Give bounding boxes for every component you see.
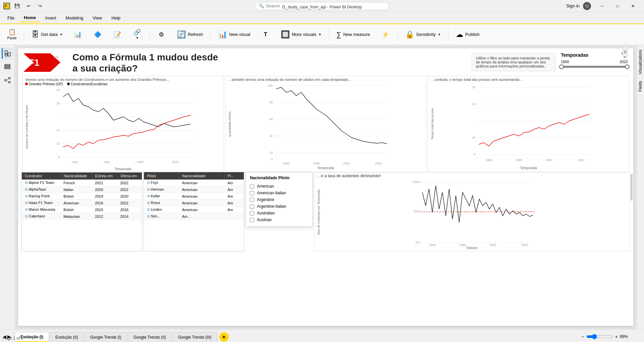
tab-item[interactable]: Evolução (II) xyxy=(50,332,84,342)
col-piloto: Piloto xyxy=(144,173,179,180)
main-title-sub: a sua criação? xyxy=(72,63,466,74)
more-visuals-button[interactable]: 🔲 More visuals ▼ xyxy=(276,29,326,40)
table-row[interactable]: ⊙Sim...Am... xyxy=(144,213,244,220)
collapse-panels-button[interactable]: ⟩⟩ xyxy=(623,47,628,57)
table-row[interactable]: ⊙RossiAmericanAm xyxy=(144,200,244,206)
quick-measure-button[interactable]: ⚡ xyxy=(376,30,395,39)
table-row[interactable]: ⊙Haas F1 TeamAmerican20162022 xyxy=(22,200,142,206)
svg-text:30: 30 xyxy=(472,86,476,89)
chart4-xaxis: Season xyxy=(317,246,627,250)
chart1-area: Número de Corridas e de Pilotos 25 20 xyxy=(25,87,221,167)
col-estreia: Estreia em xyxy=(92,173,117,180)
search-bar[interactable]: 🔍 xyxy=(255,2,389,10)
svg-text:2020: 2020 xyxy=(375,162,382,165)
tab-item[interactable]: Google Trends (I) xyxy=(84,332,127,342)
filter-checkbox[interactable] xyxy=(250,191,254,195)
page-status: Page 1 of 5 xyxy=(3,336,23,341)
table-row[interactable]: ⊙LindenAmericanAm xyxy=(144,206,244,213)
save-button[interactable]: 💾 xyxy=(13,2,21,10)
charts-row-1: Vemos uma redução do número de Construto… xyxy=(18,75,633,174)
table-row[interactable]: ⊙Racing PointBritish20192020 xyxy=(22,193,142,200)
paste-icon: 📋 xyxy=(8,29,16,35)
paste-button[interactable]: 📋 Paste xyxy=(3,28,21,41)
svg-text:F1: F1 xyxy=(29,57,40,68)
chart3-yaxis: Tempo total das provas xyxy=(431,108,434,140)
zoom-in-button[interactable]: + xyxy=(615,334,618,339)
visualizations-panel-tab[interactable]: Visualizations xyxy=(637,46,644,78)
filter-dropdown: Nacionalidade Piloto AmericanAmerican-It… xyxy=(246,172,313,227)
close-button[interactable]: ✕ xyxy=(625,0,641,12)
publish-button[interactable]: ☁ Publish xyxy=(451,29,484,40)
zoom-slider[interactable] xyxy=(586,334,613,339)
zoom-out-button[interactable]: − xyxy=(582,334,584,339)
table-row[interactable]: ⊙HermanAmericanAm xyxy=(144,186,244,193)
user-avatar[interactable]: U xyxy=(583,2,591,10)
visual-icon: 📊 xyxy=(218,31,227,38)
sidebar-model-icon[interactable] xyxy=(2,75,13,86)
menu-insert[interactable]: Insert xyxy=(41,14,60,22)
signin-button[interactable]: Sign in xyxy=(566,3,580,8)
svg-text:10: 10 xyxy=(472,136,476,139)
slider-thumb-right[interactable] xyxy=(625,64,630,69)
svg-rect-6 xyxy=(5,66,10,67)
table-row[interactable]: ⊙Manor MarussiaBritish20152016 xyxy=(22,206,142,213)
refresh-button[interactable]: 🔄 Refresh xyxy=(172,29,208,40)
datasource-button[interactable]: 🔗 ▼ xyxy=(128,28,147,41)
menu-home[interactable]: Home xyxy=(20,14,40,22)
tab-item[interactable]: Google Trends (II) xyxy=(128,332,172,342)
maximize-button[interactable]: □ xyxy=(610,0,625,12)
sidebar-data-icon[interactable] xyxy=(2,61,13,72)
svg-text:1960: 1960 xyxy=(429,243,436,246)
filter-checkbox[interactable] xyxy=(250,184,254,189)
transform-button[interactable]: ⚙ xyxy=(152,30,171,39)
table-row[interactable]: ⊙KellerAmericanAm xyxy=(144,193,244,200)
table-row[interactable]: ⊙AlphaTauriItalian20202022 xyxy=(22,186,142,193)
f1-logo: F1 ™ xyxy=(23,52,67,75)
redo-button[interactable]: ↪ xyxy=(36,2,44,10)
divider-3 xyxy=(210,28,211,41)
add-tab-button[interactable]: + xyxy=(219,332,229,342)
get-data-button[interactable]: 🗄 Get data ▼ xyxy=(27,29,67,40)
undo-button[interactable]: ↩ xyxy=(24,2,33,10)
minimize-button[interactable]: ─ xyxy=(594,0,610,12)
filter-checkbox[interactable] xyxy=(250,198,254,202)
chart2-yaxis: Quantidade Pilotos xyxy=(228,111,231,137)
seasons-range: 1950 2022 xyxy=(561,60,628,64)
chart4-area: Taxa de Acidentes por Temporada 100% 50%… xyxy=(317,179,627,246)
text-box-button[interactable]: T xyxy=(256,31,275,39)
team-icon: ⊙ xyxy=(25,187,28,191)
refresh-icon: 🔄 xyxy=(177,31,186,38)
chart1-subtitle: Vemos uma redução do número de Construto… xyxy=(25,78,221,82)
new-measure-button[interactable]: ∑ New measure xyxy=(332,29,375,40)
svg-rect-3 xyxy=(8,53,10,56)
sql-button[interactable]: 🔷 xyxy=(89,30,107,39)
filter-checkbox[interactable] xyxy=(250,211,254,215)
filter-checkbox[interactable] xyxy=(250,218,254,222)
new-visual-button[interactable]: 📊 New visual xyxy=(213,29,255,40)
pilot-icon: ⊙ xyxy=(147,214,150,218)
fields-panel-tab[interactable]: Fields xyxy=(637,78,644,95)
excel-button[interactable]: 📊 xyxy=(69,30,87,39)
table-row[interactable]: ⊙Alpine F1 TeamFrench20212022 xyxy=(22,180,142,186)
main-title: Como a Fórmula 1 mudou desde xyxy=(72,52,466,63)
menu-help[interactable]: Help xyxy=(107,14,124,22)
slider-thumb-left[interactable] xyxy=(559,64,564,69)
enter-data-button[interactable]: 📝 xyxy=(108,30,127,39)
filter-item: Austrian xyxy=(250,216,308,223)
canvas-inner: F1 ™ Como a Fórmula 1 mudou desde a sua … xyxy=(18,48,633,326)
svg-text:P: P xyxy=(5,4,7,8)
main-layout: F1 ™ Como a Fórmula 1 mudou desde a sua … xyxy=(0,45,644,329)
sensitivity-button[interactable]: 🔒 Sensitivity ▼ xyxy=(400,29,445,40)
table-row[interactable]: ⊙CaterhamMalaysian20122014 xyxy=(22,213,142,220)
svg-text:15: 15 xyxy=(56,129,60,132)
tab-item[interactable]: Google Trends (III) xyxy=(172,332,217,342)
search-input[interactable] xyxy=(266,3,385,8)
seasons-slider-track[interactable] xyxy=(561,66,628,68)
filter-checkbox[interactable] xyxy=(250,204,254,209)
sidebar-report-icon[interactable] xyxy=(2,48,13,59)
menu-view[interactable]: View xyxy=(89,14,106,22)
menu-modeling[interactable]: Modeling xyxy=(62,14,88,22)
table-constructors: Construtor Nacionalidade Estreia em Últi… xyxy=(22,172,142,220)
menu-file[interactable]: File xyxy=(3,14,18,22)
table-row[interactable]: ⊙FoytAmericanAm xyxy=(144,180,244,186)
